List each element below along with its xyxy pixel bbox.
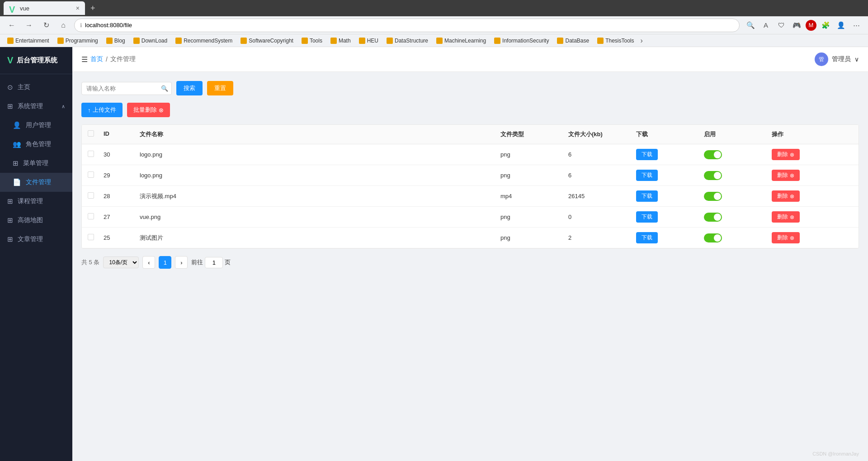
bookmark-programming[interactable]: Programming (54, 37, 102, 45)
forward-button[interactable]: → (23, 19, 35, 32)
extensions-button[interactable]: 🧩 (819, 19, 832, 32)
goto-page-input[interactable] (205, 257, 223, 268)
sidebar-item-article[interactable]: ⊞ 文章管理 (0, 230, 72, 249)
row-checkbox[interactable] (88, 234, 94, 240)
download-button[interactable]: 下载 (636, 232, 658, 243)
row-checkbox[interactable] (88, 213, 94, 219)
tab-close-button[interactable]: × (76, 5, 80, 12)
sidebar-item-course[interactable]: ⊞ 课程管理 (0, 192, 72, 211)
sidebar-item-label: 菜单管理 (23, 159, 65, 167)
td-download: 下载 (632, 165, 700, 185)
next-page-button[interactable]: › (175, 256, 188, 269)
download-button[interactable]: 下载 (636, 149, 658, 160)
sidebar-item-label: 角色管理 (26, 140, 65, 148)
row-checkbox[interactable] (88, 192, 94, 199)
th-operation: 操作 (768, 125, 859, 144)
main-content: ☰ 首页 / 文件管理 管 管理员 ∨ 🔍 搜索 重置 (72, 47, 868, 461)
gamepad-button[interactable]: 🎮 (790, 19, 803, 32)
bookmark-folder-icon (330, 38, 337, 44)
home-button[interactable]: ⌂ (57, 19, 70, 32)
bookmark-entertainment[interactable]: Entertainment (4, 37, 53, 45)
shield-button[interactable]: 🛡 (775, 19, 788, 32)
prev-page-button[interactable]: ‹ (142, 256, 155, 269)
search-browser-button[interactable]: 🔍 (744, 19, 757, 32)
translate-button[interactable]: A (760, 19, 772, 32)
chevron-up-icon: ∧ (61, 104, 65, 109)
sidebar-item-system[interactable]: ⊞ 系统管理 ∧ (0, 97, 72, 116)
address-input[interactable]: localhost:8080/file (85, 22, 734, 29)
delete-button[interactable]: 删除 ⊗ (772, 211, 800, 223)
td-enabled (700, 208, 768, 226)
bookmark-heu[interactable]: HEU (355, 37, 382, 45)
enable-toggle[interactable] (704, 213, 722, 222)
bookmark-label: RecommendSystem (184, 38, 232, 44)
bookmark-blog[interactable]: Blog (103, 37, 129, 45)
batch-delete-label: 批量删除 (133, 106, 157, 114)
address-bar[interactable]: ℹ localhost:8080/file (74, 19, 740, 32)
sidebar-item-map[interactable]: ⊞ 高德地图 (0, 211, 72, 230)
search-button[interactable]: 搜索 (176, 81, 203, 95)
delete-button[interactable]: 删除 ⊗ (772, 232, 800, 243)
delete-button[interactable]: 删除 ⊗ (772, 190, 800, 202)
search-input[interactable] (81, 82, 172, 95)
bookmark-folder-icon (436, 38, 443, 44)
back-button[interactable]: ← (5, 19, 18, 32)
td-enabled (700, 166, 768, 185)
bookmark-machinelearning[interactable]: MachineLearning (433, 37, 490, 45)
browser-tab[interactable]: V vue × (4, 1, 85, 15)
account-button[interactable]: 👤 (835, 19, 847, 32)
sidebar-item-role[interactable]: 👥 角色管理 (0, 135, 72, 154)
enable-toggle[interactable] (704, 233, 722, 242)
sidebar-item-label: 课程管理 (18, 197, 65, 205)
refresh-button[interactable]: ↻ (40, 19, 52, 32)
bookmark-label: Tools (310, 38, 322, 44)
select-all-checkbox[interactable] (88, 130, 94, 137)
td-filename: 演示视频.mp4 (136, 188, 497, 205)
bookmark-thesistools[interactable]: ThesisTools (594, 37, 637, 45)
delete-button[interactable]: 删除 ⊗ (772, 170, 800, 181)
sidebar-item-file[interactable]: 📄 文件管理 (0, 173, 72, 192)
download-button[interactable]: 下载 (636, 211, 658, 223)
bookmark-recommendsystem[interactable]: RecommendSystem (172, 37, 236, 45)
td-checkbox (82, 209, 100, 225)
breadcrumb: ☰ 首页 / 文件管理 (81, 55, 136, 64)
user-icon: 👤 (13, 121, 21, 129)
enable-toggle[interactable] (704, 192, 722, 201)
row-checkbox[interactable] (88, 151, 94, 157)
download-button[interactable]: 下载 (636, 190, 658, 202)
download-button[interactable]: 下载 (636, 170, 658, 181)
sidebar-item-menu[interactable]: ⊞ 菜单管理 (0, 154, 72, 173)
user-profile[interactable]: 管 管理员 ∨ (815, 52, 859, 66)
breadcrumb-home[interactable]: 首页 (90, 55, 103, 63)
upload-button[interactable]: ↑ 上传文件 (81, 103, 123, 117)
profile-button[interactable]: M (806, 20, 816, 31)
bookmark-tools[interactable]: Tools (298, 37, 326, 45)
new-tab-button[interactable]: + (87, 2, 99, 15)
bookmark-folder-icon (597, 38, 604, 44)
sidebar-item-home[interactable]: ⊙ 主页 (0, 78, 72, 97)
bookmark-infosecurity[interactable]: InformationSecurity (491, 37, 552, 45)
row-checkbox[interactable] (88, 171, 94, 178)
more-button[interactable]: ⋯ (850, 19, 863, 32)
bookmark-download[interactable]: DownLoad (130, 37, 171, 45)
bookmark-softwarecopyright[interactable]: SoftwareCopyright (237, 37, 297, 45)
td-id: 25 (100, 230, 136, 246)
th-filename: 文件名称 (136, 125, 497, 144)
bookmark-datastructure[interactable]: DataStructure (383, 37, 432, 45)
td-filename: vue.png (136, 209, 497, 225)
delete-button[interactable]: 删除 ⊗ (772, 149, 800, 160)
bookmark-database[interactable]: DataBase (553, 37, 593, 45)
batch-delete-button[interactable]: 批量删除 ⊗ (127, 103, 170, 117)
bookmarks-more-button[interactable]: › (639, 37, 645, 45)
enable-toggle[interactable] (704, 171, 722, 180)
bookmark-math[interactable]: Math (327, 37, 354, 45)
enable-toggle[interactable] (704, 150, 722, 159)
page-1-button[interactable]: 1 (159, 256, 171, 269)
reset-button[interactable]: 重置 (207, 81, 233, 95)
menu-toggle-icon[interactable]: ☰ (81, 55, 88, 64)
map-icon: ⊞ (7, 216, 13, 224)
sidebar-item-user[interactable]: 👤 用户管理 (0, 116, 72, 135)
page-size-select[interactable]: 10条/页 20条/页 50条/页 (103, 257, 139, 268)
td-filename: 测试图片 (136, 229, 497, 247)
bookmark-label: DownLoad (142, 38, 167, 44)
